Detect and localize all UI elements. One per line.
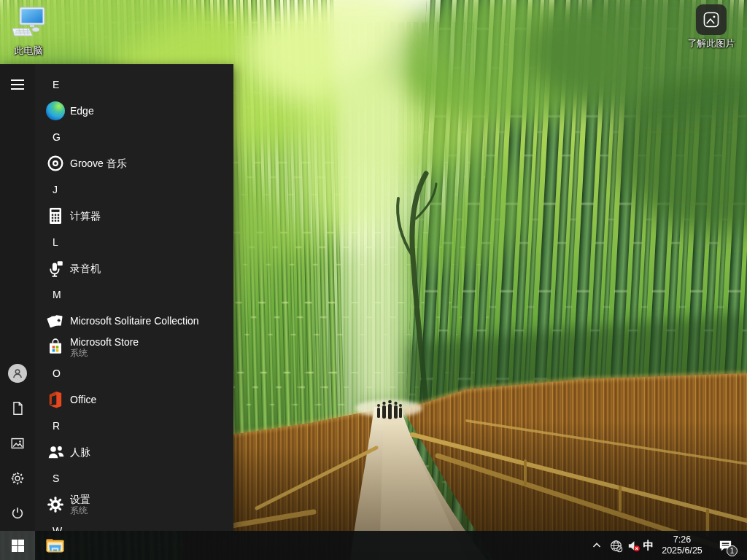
desktop: 此电脑 了解此图片 bbox=[0, 0, 747, 560]
app-item-calculator[interactable]: 计算器 bbox=[35, 203, 233, 229]
calculator-icon bbox=[45, 206, 66, 226]
section-letter-M[interactable]: M bbox=[35, 281, 233, 308]
file-explorer-button[interactable] bbox=[38, 531, 71, 560]
app-item-settings[interactable]: 设置系统 bbox=[35, 491, 233, 518]
speaker-muted-icon bbox=[627, 539, 640, 553]
people-icon bbox=[45, 442, 66, 462]
rail-settings-button[interactable] bbox=[7, 468, 28, 489]
start-app-list: EEdgeGGroove 音乐J计算器L录音机M♠Microsoft Solit… bbox=[35, 64, 233, 531]
app-item-store[interactable]: Microsoft Store系统 bbox=[35, 334, 233, 360]
store-icon bbox=[45, 337, 66, 357]
power-icon bbox=[9, 505, 26, 521]
file-explorer-icon bbox=[45, 537, 65, 554]
settings-icon bbox=[45, 494, 66, 515]
documents-button[interactable] bbox=[7, 398, 28, 419]
app-label: Microsoft Store bbox=[70, 336, 139, 348]
section-letter-E[interactable]: E bbox=[35, 71, 233, 98]
app-label: 设置 bbox=[70, 494, 90, 505]
tray-overflow-button[interactable] bbox=[588, 531, 605, 560]
pictures-button[interactable] bbox=[7, 433, 28, 454]
app-label: 录音机 bbox=[70, 262, 101, 274]
network-status-button[interactable] bbox=[607, 531, 624, 560]
start-menu-expand-button[interactable] bbox=[7, 74, 28, 95]
app-label: 人脉 bbox=[70, 446, 90, 458]
document-icon bbox=[9, 400, 26, 416]
account-button[interactable] bbox=[7, 363, 28, 384]
app-item-edge[interactable]: Edge bbox=[35, 98, 233, 124]
section-letter-J[interactable]: J bbox=[35, 176, 233, 203]
start-button[interactable] bbox=[0, 531, 35, 560]
app-item-people[interactable]: 人脉 bbox=[35, 439, 233, 465]
section-letter-R[interactable]: R bbox=[35, 413, 233, 439]
app-label: Office bbox=[70, 394, 96, 405]
app-label: Microsoft Solitaire Collection bbox=[70, 315, 199, 327]
app-item-solitaire[interactable]: ♠Microsoft Solitaire Collection bbox=[35, 308, 233, 334]
pictures-icon bbox=[9, 435, 26, 451]
clock-time: 7:26 bbox=[673, 534, 691, 545]
edge-icon bbox=[45, 101, 66, 121]
desktop-icon-learn-about-picture[interactable]: 了解此图片 bbox=[683, 4, 740, 50]
app-item-groove[interactable]: Groove 音乐 bbox=[35, 150, 233, 176]
this-pc-label: 此电脑 bbox=[15, 44, 43, 58]
office-icon bbox=[45, 389, 66, 410]
clock-date: 2025/6/25 bbox=[662, 545, 703, 556]
power-button[interactable] bbox=[7, 503, 28, 524]
hamburger-icon bbox=[11, 79, 24, 90]
app-item-office[interactable]: Office bbox=[35, 386, 233, 413]
app-label: Edge bbox=[70, 105, 94, 117]
action-center-button[interactable]: 1 bbox=[709, 531, 741, 560]
app-subtitle: 系统 bbox=[70, 348, 139, 358]
ime-indicator[interactable]: 中 bbox=[640, 531, 657, 560]
volume-button[interactable] bbox=[624, 531, 642, 560]
taskbar: 中 7:26 2025/6/25 1 bbox=[0, 531, 747, 560]
windows-logo-icon bbox=[12, 540, 24, 552]
spotlight-label: 了解此图片 bbox=[688, 37, 735, 50]
app-item-voice-recorder[interactable]: 录音机 bbox=[35, 255, 233, 281]
groove-icon bbox=[45, 153, 66, 174]
section-letter-O[interactable]: O bbox=[35, 360, 233, 386]
desktop-icon-this-pc[interactable]: 此电脑 bbox=[0, 6, 57, 58]
start-menu: EEdgeGGroove 音乐J计算器L录音机M♠Microsoft Solit… bbox=[0, 64, 233, 531]
section-letter-S[interactable]: S bbox=[35, 465, 233, 491]
user-avatar-icon bbox=[8, 364, 27, 383]
app-label: 计算器 bbox=[70, 210, 101, 222]
app-subtitle: 系统 bbox=[70, 505, 90, 516]
section-letter-G[interactable]: G bbox=[35, 124, 233, 150]
voice-recorder-icon bbox=[45, 258, 66, 279]
chevron-up-icon bbox=[591, 540, 603, 551]
picture-info-icon bbox=[696, 4, 727, 35]
section-letter-W[interactable]: W bbox=[35, 518, 233, 531]
solitaire-icon: ♠ bbox=[45, 311, 66, 331]
section-letter-L[interactable]: L bbox=[35, 229, 233, 255]
globe-no-internet-icon bbox=[609, 539, 623, 553]
notification-badge: 1 bbox=[727, 545, 738, 556]
app-label: Groove 音乐 bbox=[70, 158, 127, 169]
start-menu-rail bbox=[0, 64, 35, 531]
clock[interactable]: 7:26 2025/6/25 bbox=[657, 531, 708, 560]
this-pc-icon bbox=[9, 6, 47, 42]
gear-icon bbox=[9, 470, 26, 486]
